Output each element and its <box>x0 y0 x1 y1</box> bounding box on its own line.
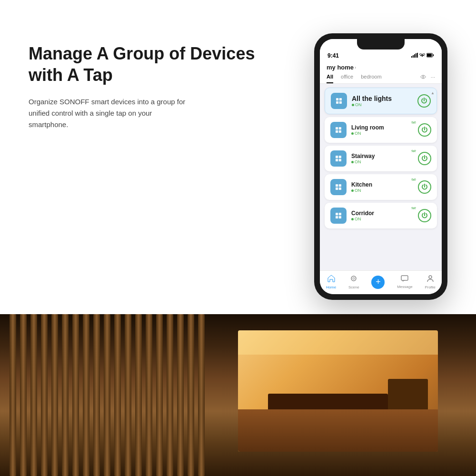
svg-rect-0 <box>411 56 412 58</box>
nav-scene-label: Scene <box>348 285 359 289</box>
device-card-stairway[interactable]: Stairway ON <box>325 146 437 171</box>
slat <box>30 314 37 476</box>
slat <box>51 314 58 476</box>
svg-rect-13 <box>336 127 338 129</box>
device-icon-stairway <box>330 150 347 167</box>
nav-scene[interactable]: Scene <box>348 275 359 289</box>
device-card-corridor[interactable]: Corridor ON <box>325 203 437 228</box>
svg-point-29 <box>351 276 356 281</box>
nav-home-label: Home <box>326 285 336 289</box>
slat <box>198 314 205 476</box>
svg-rect-31 <box>401 276 408 280</box>
svg-rect-2 <box>414 54 415 58</box>
slat <box>167 314 173 476</box>
scroll-up-icon: ▲ <box>431 91 435 95</box>
status-dot-kitchen <box>351 189 354 192</box>
main-title: Manage A Group of Devices with A Tap <box>29 43 295 86</box>
svg-rect-1 <box>413 55 414 58</box>
svg-rect-7 <box>433 54 434 56</box>
app-header: my home › All office bedroom <box>320 61 442 84</box>
svg-point-30 <box>353 278 355 279</box>
wifi-icon-kitchen <box>411 178 416 182</box>
slat <box>146 314 152 476</box>
svg-rect-23 <box>336 188 338 190</box>
scene-icon <box>350 275 357 284</box>
svg-rect-18 <box>339 156 341 158</box>
svg-rect-16 <box>339 130 341 133</box>
nav-home[interactable]: Home <box>326 275 336 289</box>
home-icon <box>327 275 335 284</box>
nav-profile[interactable]: Profile <box>425 275 436 289</box>
svg-rect-3 <box>416 53 416 58</box>
page-wrapper: Manage A Group of Devices with A Tap Org… <box>0 0 476 476</box>
status-dot <box>352 104 354 106</box>
svg-rect-22 <box>339 184 341 187</box>
svg-rect-11 <box>336 101 338 104</box>
eye-icon[interactable] <box>420 74 426 80</box>
device-card-living-room[interactable]: Living room ON <box>325 117 437 143</box>
svg-rect-17 <box>336 156 338 158</box>
device-icon-kitchen <box>330 179 347 195</box>
svg-rect-21 <box>336 184 338 187</box>
power-button-stairway[interactable] <box>418 152 431 165</box>
device-status-living-room: ON <box>351 131 413 136</box>
power-button-kitchen[interactable] <box>418 180 431 194</box>
tab-icons: ··· <box>420 74 435 83</box>
svg-rect-24 <box>339 188 341 190</box>
device-name-all-lights: All the lights <box>352 95 413 102</box>
device-status-kitchen: ON <box>351 188 413 193</box>
chevron-right-icon: › <box>355 65 356 70</box>
svg-rect-20 <box>339 159 341 161</box>
device-name-corridor: Corridor <box>351 210 413 217</box>
tab-all[interactable]: All <box>327 74 333 83</box>
app-home-title: my home › <box>327 64 435 71</box>
slat <box>177 314 184 476</box>
slat <box>104 314 110 476</box>
phone-screen: 9:41 <box>320 39 442 294</box>
svg-rect-6 <box>427 54 432 57</box>
slat <box>125 314 131 476</box>
room-floor <box>238 409 438 452</box>
phone-notch <box>357 39 405 50</box>
nav-message-label: Message <box>397 285 412 289</box>
slat <box>114 314 121 476</box>
slats-container <box>0 314 262 476</box>
more-icon[interactable]: ··· <box>431 74 435 80</box>
bottom-nav: Home Scene + <box>320 270 442 294</box>
device-info-kitchen: Kitchen ON <box>351 181 413 193</box>
device-name-kitchen: Kitchen <box>351 181 413 188</box>
message-icon <box>401 275 408 284</box>
device-info-all-lights: All the lights ON <box>352 95 413 107</box>
power-button-corridor[interactable] <box>418 209 431 222</box>
slat <box>83 314 89 476</box>
status-dot-corridor <box>351 218 354 220</box>
device-info-stairway: Stairway ON <box>351 153 413 164</box>
svg-rect-28 <box>339 216 341 218</box>
svg-rect-27 <box>336 216 338 218</box>
room-ceiling <box>238 330 438 355</box>
device-list: ▲ All the lights <box>320 84 442 270</box>
svg-rect-25 <box>336 213 338 215</box>
svg-rect-19 <box>336 159 338 161</box>
nav-message[interactable]: Message <box>397 275 412 289</box>
wifi-icon <box>419 53 425 59</box>
device-card-kitchen[interactable]: Kitchen ON <box>325 174 437 200</box>
tab-bedroom[interactable]: bedroom <box>361 74 381 83</box>
slat <box>135 314 142 476</box>
interior-room <box>238 330 438 452</box>
device-card-all-lights[interactable]: ▲ All the lights <box>325 88 437 114</box>
svg-rect-26 <box>339 213 341 215</box>
svg-rect-14 <box>339 127 341 129</box>
status-icons <box>411 53 434 59</box>
tab-office[interactable]: office <box>341 74 353 83</box>
power-button-all-lights[interactable] <box>417 94 431 108</box>
slat <box>10 314 16 476</box>
nav-add[interactable]: + <box>371 276 385 289</box>
slat <box>62 314 69 476</box>
wifi-icon-stairway <box>411 149 416 154</box>
svg-point-32 <box>429 276 432 278</box>
device-status-all-lights: ON <box>352 102 413 107</box>
slat <box>72 314 79 476</box>
add-icon[interactable]: + <box>371 276 385 289</box>
power-button-living-room[interactable] <box>418 123 431 137</box>
